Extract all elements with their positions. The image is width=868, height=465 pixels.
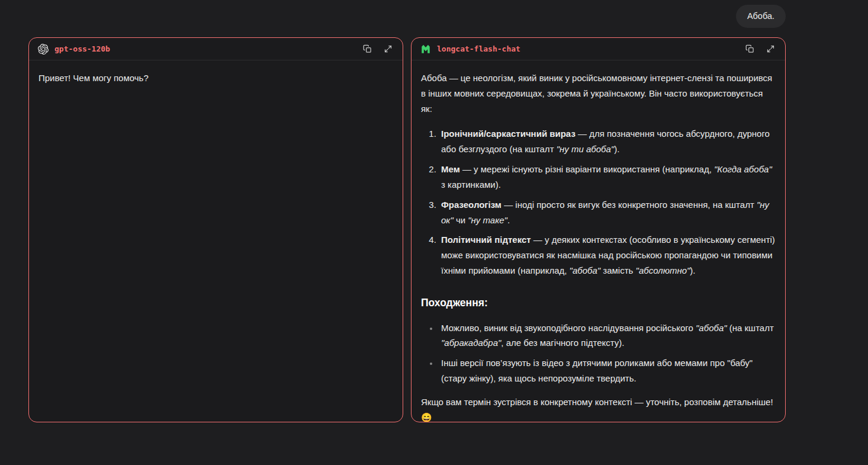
model-comparison-panels: gpt-oss-120b Привет! Чем могу помочь? [28, 37, 786, 422]
assistant-message: Привет! Чем могу помочь? [38, 70, 393, 86]
expand-button[interactable] [382, 43, 394, 54]
list-item: Іронічний/саркастичний вираз — для позна… [439, 126, 776, 157]
copy-button[interactable] [744, 43, 756, 54]
assistant-paragraph: Якщо вам термін зустрівся в конкретному … [421, 395, 776, 422]
panel-header: longcat-flash-chat [412, 38, 785, 60]
list-item: Можливо, виник від звукоподібного наслід… [439, 320, 776, 351]
model-panel-gpt-oss-120b: gpt-oss-120b Привет! Чем могу помочь? [28, 37, 403, 422]
model-name-label: gpt-oss-120b [54, 44, 110, 53]
model-panel-longcat-flash-chat: longcat-flash-chat Абоба — це неологізм,… [411, 37, 786, 422]
copy-button[interactable] [362, 43, 373, 54]
user-message-bubble: Абоба. [736, 5, 786, 28]
expand-button[interactable] [765, 43, 776, 54]
origin-bullet-list: Можливо, виник від звукоподібного наслід… [421, 320, 776, 387]
assistant-paragraph: Абоба — це неологізм, який виник у росій… [421, 70, 776, 117]
list-item: Інші версії пов’язують із відео з дитячи… [439, 355, 776, 386]
model-response-area: Абоба — це неологізм, який виник у росій… [412, 60, 785, 422]
longcat-logo-icon [420, 44, 431, 54]
model-name-label: longcat-flash-chat [437, 44, 520, 53]
origin-section-heading: Походження: [421, 294, 776, 312]
model-response-area: Привет! Чем могу помочь? [29, 60, 403, 96]
usage-numbered-list: Іронічний/саркастичний вираз — для позна… [421, 126, 776, 278]
openai-logo-icon [38, 44, 49, 54]
list-item: Фразеологізм — іноді просто як вигук без… [439, 197, 776, 228]
panel-header: gpt-oss-120b [29, 38, 403, 60]
list-item: Мем — у мережі існують різні варіанти ви… [439, 162, 776, 193]
list-item: Політичний підтекст — у деяких контекста… [439, 232, 776, 278]
